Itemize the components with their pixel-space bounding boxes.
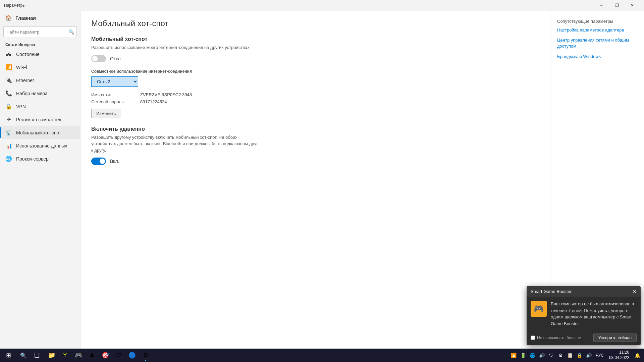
remote-toggle[interactable] [91, 158, 106, 165]
taskbar-language[interactable]: РУС [594, 353, 605, 358]
sidebar-item-label: Набор номера [16, 91, 48, 96]
sidebar-item-label: Прокси-сервер [16, 156, 49, 162]
notification-body: 🎮 Ваш компьютер не был оптимизирован в т… [527, 297, 641, 331]
search-icon[interactable]: 🔍 [68, 29, 74, 35]
notification-app-icon: 🎮 [531, 301, 547, 317]
network-dropdown[interactable]: Сеть 2 [91, 76, 138, 87]
search-input[interactable] [3, 26, 77, 37]
tray-icon-1[interactable]: 🔼 [510, 349, 518, 362]
taskbar-right: 🔼 🔋 🌐 🔊 🛡 ⚙ 📋 🔒 🔊 РУС 11:26 03.04.2022 🔔 [510, 349, 644, 362]
notification-text: Ваш компьютер не был оптимизирован в теч… [551, 301, 637, 327]
content-area: Мобильный хот-спот Мобильный хот-спот Ра… [80, 11, 550, 349]
close-button[interactable]: ✕ [625, 0, 640, 11]
taskbar-app-settings[interactable]: ⚙ [139, 349, 152, 362]
sidebar: 🏠 Главная 🔍 Сеть и Интернет 🖧 Состояние … [0, 11, 80, 349]
sidebar-section-label: Сеть и Интернет [0, 40, 80, 48]
remote-toggle-row: Вкл. [91, 158, 539, 165]
hotspot-toggle[interactable] [91, 55, 106, 62]
hotspot-section-title: Мобильный хот-спот [91, 36, 539, 42]
sidebar-item-ethernet[interactable]: 🔌 Ethernet [0, 74, 80, 87]
notification-dont-remind-checkbox[interactable] [531, 336, 535, 340]
notification-dont-remind-label: Не напоминать больше [537, 336, 581, 340]
sidebar-item-status[interactable]: 🖧 Состояние [0, 48, 80, 61]
taskbar: ⊞ 🔍 ❑ 📁 Y 🎮 ♟ 🎯 🛡 🔵 ⚙ 🔼 🔋 🌐 🔊 🛡 ⚙ 📋 🔒 🔊 … [0, 349, 644, 362]
tray-icon-app3[interactable]: 🔒 [576, 349, 584, 362]
sidebar-item-label: Wi-Fi [16, 65, 27, 70]
notification-close-button[interactable]: ✕ [633, 289, 637, 294]
related-link-network-center[interactable]: Центр управления сетями и общим доступом [557, 37, 637, 49]
notification-app-name: Smart Game Booster [531, 289, 572, 294]
dialup-icon: 📞 [5, 90, 12, 97]
taskbar-apps: 📁 Y 🎮 ♟ 🎯 🛡 🔵 ⚙ [44, 349, 510, 362]
sidebar-item-label: Режим «в самолете» [16, 117, 61, 122]
taskbar-app-browser-yandex[interactable]: Y [58, 349, 72, 362]
start-button[interactable]: ⊞ [0, 349, 17, 362]
minimize-button[interactable]: − [594, 0, 609, 11]
hotspot-icon: 📡 [5, 129, 12, 136]
window-title: Параметры [4, 3, 594, 8]
sidebar-item-airplane[interactable]: ✈ Режим «в самолете» [0, 113, 80, 126]
taskbar-app-blue[interactable]: 🔵 [125, 349, 139, 362]
taskbar-time-display: 11:26 [609, 350, 629, 355]
window-controls: − ❐ ✕ [594, 0, 640, 11]
network-name-row: Имя сети: ZVERZVE-9SP0EC2 3948 [91, 92, 539, 97]
home-icon: 🏠 [5, 15, 12, 21]
remote-section-title: Включить удаленно [91, 126, 539, 132]
taskbar-app-shield[interactable]: 🛡 [112, 349, 125, 362]
taskbar-date-display: 03.04.2022 [609, 355, 629, 361]
sidebar-item-data[interactable]: 📊 Использование данных [0, 139, 80, 152]
proxy-icon: 🌐 [5, 156, 12, 162]
tray-icon-shield[interactable]: 🛡 [547, 349, 555, 362]
sidebar-item-label: Мобильный хот-спот [16, 130, 61, 135]
sidebar-item-vpn[interactable]: 🔒 VPN [0, 100, 80, 113]
sidebar-item-wifi[interactable]: 📶 Wi-Fi [0, 61, 80, 74]
sidebar-search-container: 🔍 [3, 26, 77, 37]
network-name-value: ZVERZVE-9SP0EC2 3948 [140, 92, 192, 97]
sidebar-item-label: Использование данных [16, 143, 67, 148]
tray-icon-app2[interactable]: 📋 [566, 349, 574, 362]
sidebar-item-proxy[interactable]: 🌐 Прокси-сервер [0, 152, 80, 165]
title-bar: Параметры − ❐ ✕ [0, 0, 644, 11]
network-info: Имя сети: ZVERZVE-9SP0EC2 3948 Сетевой п… [91, 92, 539, 118]
restore-button[interactable]: ❐ [609, 0, 625, 11]
hotspot-section-desc: Разрешить использование моего интернет-с… [91, 44, 259, 51]
taskbar-app-game[interactable]: 🎯 [99, 349, 112, 362]
related-label: Сопутствующие параметры [557, 19, 637, 24]
ethernet-icon: 🔌 [5, 77, 12, 83]
taskbar-app-discord[interactable]: 🎮 [72, 349, 85, 362]
taskbar-app-steam[interactable]: ♟ [85, 349, 99, 362]
sidebar-item-dialup[interactable]: 📞 Набор номера [0, 87, 80, 100]
taskbar-app-explorer[interactable]: 📁 [45, 349, 58, 362]
tray-icon-battery[interactable]: 🔋 [519, 349, 527, 362]
shared-label: Совместное использование интернет-соедин… [91, 69, 539, 74]
sidebar-item-hotspot[interactable]: 📡 Мобильный хот-спот [0, 126, 80, 139]
network-pass-label: Сетевой пароль: [91, 99, 135, 104]
notification-actions: Не напоминать больше Ускорить сейчас [527, 331, 641, 345]
tray-icon-apps[interactable]: ⚙ [557, 349, 565, 362]
hotspot-section: Мобильный хот-спот Разрешить использован… [91, 36, 539, 62]
remote-section-desc: Разрешить другому устройству включать мо… [91, 134, 259, 154]
change-button[interactable]: Изменить [91, 109, 121, 118]
page-title: Мобильный хот-спот [91, 19, 539, 28]
wifi-icon: 📶 [5, 64, 12, 70]
sidebar-home-label: Главная [15, 15, 36, 21]
tray-icon-network[interactable]: 🌐 [529, 349, 537, 362]
network-name-label: Имя сети: [91, 92, 135, 97]
taskbar-clock[interactable]: 11:26 03.04.2022 [606, 350, 632, 360]
sidebar-item-label: Ethernet [16, 78, 34, 83]
related-link-firewall[interactable]: Брандмауэр Windows [557, 54, 637, 60]
hotspot-toggle-label: Откл. [110, 56, 122, 61]
notification-action-button[interactable]: Ускорить сейчас [593, 334, 637, 342]
notification-icon[interactable]: 🔔 [633, 349, 641, 362]
notification-popup: Smart Game Booster ✕ 🎮 Ваш компьютер не … [527, 286, 641, 345]
tray-icon-volume2[interactable]: 🔊 [585, 349, 593, 362]
data-icon: 📊 [5, 142, 12, 149]
related-link-adapter[interactable]: Настройка параметров адаптера [557, 27, 637, 33]
remote-section: Включить удаленно Разрешить другому устр… [91, 126, 539, 165]
tray-icon-volume[interactable]: 🔊 [538, 349, 546, 362]
taskbar-search-button[interactable]: 🔍 [17, 349, 30, 362]
sidebar-item-home[interactable]: 🏠 Главная [0, 11, 80, 25]
hotspot-toggle-row: Откл. [91, 55, 539, 62]
taskbar-task-view[interactable]: ❑ [30, 349, 44, 362]
remote-toggle-label: Вкл. [110, 159, 119, 164]
